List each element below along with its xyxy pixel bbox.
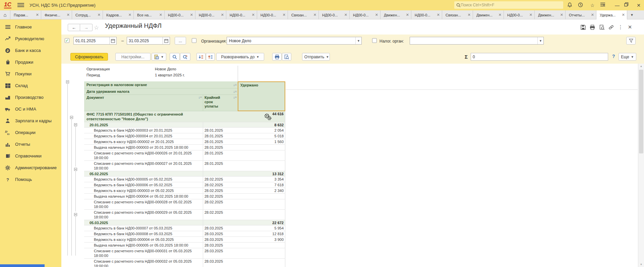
header-withhold-date[interactable]: Дата удержания налога ↓≡ xyxy=(84,88,238,95)
header-document[interactable]: Документ ↓≡ xyxy=(84,95,203,111)
document-row[interactable]: Ведомость в кассу НД00-000002 от 20.01.2… xyxy=(84,139,285,145)
tab-close-icon[interactable]: ✕ xyxy=(591,13,594,17)
sidebar-item-purchases[interactable]: Покупки xyxy=(0,68,61,80)
tab[interactable]: Сотруд... ✕ xyxy=(72,10,103,19)
filter-funnel-button[interactable] xyxy=(626,37,636,45)
back-button[interactable]: ← xyxy=(68,24,80,31)
tax-authority-checkbox[interactable] xyxy=(372,38,377,43)
period-checkbox[interactable]: ✓ xyxy=(65,38,69,43)
tab-close-icon[interactable]: ✕ xyxy=(622,13,625,17)
tab[interactable]: НД00-0... ✕ xyxy=(257,10,288,19)
org-checkbox[interactable] xyxy=(192,38,196,43)
period-from-field[interactable] xyxy=(73,37,117,45)
tab[interactable]: Все на... ✕ xyxy=(134,10,165,19)
print-button[interactable] xyxy=(272,53,282,61)
sort-icon[interactable]: ↓≡ xyxy=(233,83,237,87)
tab[interactable]: Движен... ✕ xyxy=(473,10,504,19)
tab-close-icon[interactable]: ✕ xyxy=(221,13,224,17)
document-row[interactable]: Списание с расчетного счета НД00-000026 … xyxy=(84,150,285,161)
group-header-row[interactable]: 20.01.2025 8 632 xyxy=(84,122,285,128)
main-menu-icon[interactable] xyxy=(17,3,24,7)
vertical-scrollbar[interactable]: ▲ ▼ xyxy=(638,64,644,267)
tab-close-icon[interactable]: ✕ xyxy=(67,13,70,17)
sidebar-item-fixed-assets[interactable]: ОС и НМА xyxy=(0,103,61,115)
favorites-star-icon[interactable]: ☆ xyxy=(589,2,596,8)
sidebar-item-manager[interactable]: Руководителю xyxy=(0,33,61,45)
tab-close-icon[interactable]: ✕ xyxy=(437,13,440,17)
tab-close-icon[interactable]: ✕ xyxy=(283,13,286,17)
sidebar-item-administration[interactable]: Администрирование xyxy=(0,162,61,174)
collapse-group-icon[interactable] xyxy=(74,123,77,126)
tab[interactable]: НД00-0... ✕ xyxy=(195,10,226,19)
tab[interactable]: НД00-0... ✕ xyxy=(319,10,350,19)
document-row[interactable]: Выдача наличных НД00-000004 от 05.02.202… xyxy=(84,194,285,199)
tab[interactable]: Парам... ✕ xyxy=(10,10,41,19)
document-row[interactable]: Списание с расчетного счета НД00-000032 … xyxy=(84,259,285,267)
scroll-up-icon[interactable]: ▲ xyxy=(638,65,644,68)
tab-close-icon[interactable]: ✕ xyxy=(98,13,101,17)
tab[interactable]: Движен... ✕ xyxy=(380,10,411,19)
sidebar-item-reports[interactable]: Отчеты xyxy=(0,138,61,150)
home-tab[interactable]: ⌂ xyxy=(0,10,10,19)
forward-button[interactable]: → xyxy=(80,24,93,31)
print-icon[interactable] xyxy=(589,24,595,30)
save-icon[interactable] xyxy=(580,24,586,30)
restore-icon[interactable] xyxy=(624,2,631,8)
tab[interactable]: Связан... ✕ xyxy=(442,10,473,19)
tab[interactable]: Отчеты... ✕ xyxy=(566,10,596,19)
document-row[interactable]: Выдача наличных НД00-000005 от 05.03.202… xyxy=(84,243,285,248)
sidebar-item-help[interactable]: ?Помощь xyxy=(0,174,61,185)
header-withheld-selected-cell[interactable]: Удержано xyxy=(238,81,285,111)
collapse-group-icon[interactable] xyxy=(74,168,77,171)
total-row[interactable]: ФНС 7715 КПП 771501001 (Общество с огран… xyxy=(84,111,285,122)
period-variants-button[interactable]: ... xyxy=(175,37,186,45)
tab[interactable]: Удержа... ✕ xyxy=(596,10,627,19)
document-row[interactable]: Ведомость в банк НД00-000008 от 05.03.20… xyxy=(84,231,285,237)
close-window-icon[interactable]: ✕ xyxy=(635,2,642,8)
notifications-bell-icon[interactable] xyxy=(567,2,574,8)
favorite-star-icon[interactable]: ☆ xyxy=(94,24,99,31)
autosum-input[interactable] xyxy=(471,53,608,60)
sort-icon[interactable]: ↓≡ xyxy=(233,95,237,111)
tab[interactable]: Физиче... ✕ xyxy=(41,10,72,19)
group-header-row[interactable]: 05.02.2025 13 312 xyxy=(84,171,285,177)
search-input[interactable] xyxy=(461,3,554,7)
generate-button[interactable]: Сформировать xyxy=(70,53,108,61)
tab-close-icon[interactable]: ✕ xyxy=(128,13,131,17)
document-row[interactable]: Списание с расчетного счета НД00-000031 … xyxy=(84,248,285,259)
chevron-down-icon[interactable]: ▼ xyxy=(537,37,543,44)
document-row[interactable]: Ведомость в банк НД00-000006 от 05.02.20… xyxy=(84,182,285,188)
chevron-down-icon[interactable]: ▼ xyxy=(355,37,361,44)
document-row[interactable]: Ведомость в банк НД00-000005 от 05.02.20… xyxy=(84,177,285,182)
tab-close-icon[interactable]: ✕ xyxy=(406,13,409,17)
period-to-field[interactable] xyxy=(127,37,170,45)
sort-icon[interactable]: ↓≡ xyxy=(233,90,237,93)
sidebar-item-salary-hr[interactable]: Зарплата и кадры xyxy=(0,115,61,127)
document-row[interactable]: Списание с расчетного счета НД00-000029 … xyxy=(84,210,285,220)
tax-authority-combo[interactable]: ▼ xyxy=(410,37,544,45)
minimize-icon[interactable]: — xyxy=(614,2,621,8)
collapse-groups-button[interactable] xyxy=(196,53,206,61)
sidebar-item-main[interactable]: Главное xyxy=(0,21,61,33)
tab-close-icon[interactable]: ✕ xyxy=(159,13,162,17)
calendar-icon[interactable] xyxy=(109,37,116,44)
sidebar-item-operations[interactable]: ДтКтОперации xyxy=(0,127,61,138)
document-row[interactable]: Ведомость в кассу НД00-000003 от 05.02.2… xyxy=(84,188,285,194)
document-row[interactable]: Ведомость в банк НД00-000003 от 20.01.20… xyxy=(84,128,285,133)
send-button[interactable]: Отправить▼ xyxy=(302,53,330,61)
tab[interactable]: НД00-0... ✕ xyxy=(350,10,380,19)
calendar-icon[interactable] xyxy=(163,37,170,44)
more-button[interactable]: Еще▼ xyxy=(619,53,636,61)
link-icon[interactable] xyxy=(608,24,614,30)
report-variants-button[interactable]: ▼ xyxy=(152,53,166,61)
print-preview-button[interactable] xyxy=(282,53,291,61)
close-form-icon[interactable]: ✕ xyxy=(627,24,633,30)
period-to-input[interactable] xyxy=(127,39,163,43)
tab-close-icon[interactable]: ✕ xyxy=(468,13,471,17)
period-from-input[interactable] xyxy=(74,39,109,43)
tab[interactable]: НД00-0... ✕ xyxy=(504,10,535,19)
document-row[interactable]: Выдача наличных НД00-000003 от 20.01.202… xyxy=(84,145,285,150)
tab-close-icon[interactable]: ✕ xyxy=(344,13,347,17)
find-next-button[interactable] xyxy=(180,53,190,61)
tab-close-icon[interactable]: ✕ xyxy=(36,13,39,17)
